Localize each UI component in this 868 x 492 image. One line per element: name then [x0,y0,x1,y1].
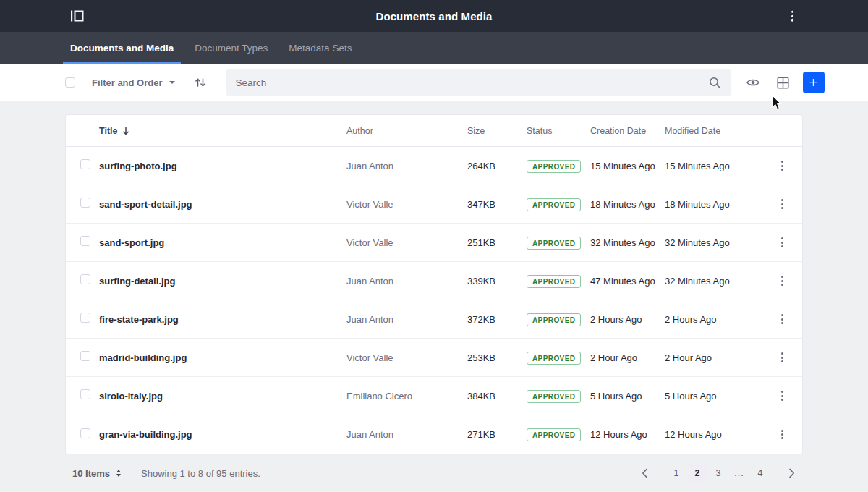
table-row[interactable]: madrid-building.jpg Victor Valle 253KB A… [66,339,802,377]
document-author: Victor Valle [346,352,467,363]
sort-order-button[interactable] [195,77,206,88]
tab-document-types[interactable]: Document Types [187,32,275,64]
document-author: Victor Valle [346,199,467,210]
page-title: Documents and Media [0,10,868,22]
document-modified-date: 2 Hour Ago [665,352,760,363]
document-size: 271KB [467,429,527,440]
page-number[interactable]: 3 [709,464,728,483]
plus-icon: + [809,75,817,90]
document-modified-date: 12 Hours Ago [665,429,760,440]
tab-documents-and-media[interactable]: Documents and Media [63,32,181,64]
document-title[interactable]: surfing-photo.jpg [99,161,346,171]
document-size: 253KB [467,352,527,363]
row-checkbox[interactable] [80,313,90,323]
column-header-title[interactable]: Title [99,126,346,136]
row-checkbox[interactable] [80,159,90,169]
items-per-page-label: 10 Items [72,468,110,479]
grid-icon [777,77,789,89]
selector-carets-icon [116,470,121,477]
status-badge: Approved [527,160,581,173]
column-header-author: Author [346,126,467,136]
row-checkbox[interactable] [80,389,90,399]
document-title[interactable]: surfing-detail.jpg [99,276,346,287]
row-actions-kebab-icon[interactable] [778,310,787,328]
page-number[interactable]: 4 [751,464,770,483]
table-row[interactable]: sand-sport-detail.jpg Victor Valle 347KB… [66,185,802,224]
document-title[interactable]: sirolo-italy.jpg [99,391,346,402]
document-modified-date: 32 Minutes Ago [665,237,760,248]
document-title[interactable]: sand-sport-detail.jpg [99,199,346,210]
column-header-modified-date: Modified Date [665,126,760,136]
column-header-creation-date: Creation Date [590,126,665,136]
table-row[interactable]: sand-sport.jpg Victor Valle 251KB Approv… [66,224,802,262]
add-button[interactable]: + [803,72,825,93]
table-row[interactable]: gran-via-building.jpg Juan Anton 271KB A… [66,415,802,454]
row-actions-kebab-icon[interactable] [778,234,787,251]
document-creation-date: 47 Minutes Ago [590,276,665,287]
row-checkbox[interactable] [80,428,90,438]
document-creation-date: 32 Minutes Ago [590,237,665,248]
pagination: 1 2 3 ... 4 [637,464,799,483]
filter-and-order-button[interactable]: Filter and Order [92,77,175,88]
page-number[interactable]: 2 [688,464,707,483]
status-badge: Approved [527,390,581,403]
row-actions-kebab-icon[interactable] [778,349,787,366]
document-modified-date: 18 Minutes Ago [665,199,760,210]
order-arrows-icon [195,77,206,88]
document-title[interactable]: gran-via-building.jpg [99,429,346,440]
eye-icon [746,77,760,88]
document-author: Emiliano Cicero [346,391,467,402]
search-icon[interactable] [709,77,721,89]
document-creation-date: 18 Minutes Ago [590,199,665,210]
row-actions-kebab-icon[interactable] [778,272,787,289]
row-actions-kebab-icon[interactable] [778,157,787,174]
page-options-kebab-icon[interactable] [788,8,796,25]
document-author: Juan Anton [346,314,467,325]
row-actions-kebab-icon[interactable] [778,195,787,213]
cards-view-button[interactable] [775,75,791,90]
sort-descending-icon [122,127,129,135]
tab-metadata-sets[interactable]: Metadata Sets [281,32,359,64]
document-title[interactable]: madrid-building.jpg [99,352,346,363]
document-size: 251KB [467,237,527,248]
status-badge: Approved [527,428,581,441]
document-creation-date: 2 Hours Ago [590,314,665,325]
document-modified-date: 2 Hours Ago [665,314,760,325]
document-modified-date: 5 Hours Ago [665,391,760,402]
document-title[interactable]: fire-state-park.jpg [99,314,346,325]
items-per-page-selector[interactable]: 10 Items [72,468,121,479]
document-size: 347KB [467,199,527,210]
chevron-down-icon [169,81,175,84]
document-creation-date: 2 Hour Ago [590,352,665,363]
status-badge: Approved [527,275,581,288]
display-style-button[interactable] [745,76,761,89]
document-title[interactable]: sand-sport.jpg [99,237,346,248]
row-checkbox[interactable] [80,351,90,361]
search-input[interactable] [236,77,709,88]
column-header-size: Size [467,126,527,136]
row-checkbox[interactable] [80,198,90,208]
previous-page-icon[interactable] [637,465,652,481]
document-size: 339KB [467,276,527,287]
document-size: 264KB [467,161,527,171]
row-checkbox[interactable] [80,236,90,246]
document-creation-date: 15 Minutes Ago [590,161,665,171]
page-number[interactable]: 1 [667,464,686,483]
document-size: 384KB [467,391,527,402]
row-actions-kebab-icon[interactable] [778,426,787,444]
document-modified-date: 15 Minutes Ago [665,161,760,171]
table-body: surfing-photo.jpg Juan Anton 264KB Appro… [66,147,802,454]
row-checkbox[interactable] [80,274,90,284]
table-row[interactable]: fire-state-park.jpg Juan Anton 372KB App… [66,300,802,339]
page-number: ... [730,464,749,483]
document-author: Juan Anton [346,276,467,287]
next-page-icon[interactable] [784,465,799,481]
row-actions-kebab-icon[interactable] [778,387,787,404]
table-row[interactable]: surfing-photo.jpg Juan Anton 264KB Appro… [66,147,802,185]
status-badge: Approved [527,198,581,211]
status-badge: Approved [527,352,581,365]
table-row[interactable]: surfing-detail.jpg Juan Anton 339KB Appr… [66,262,802,300]
document-creation-date: 5 Hours Ago [590,391,665,402]
select-all-checkbox[interactable] [65,77,75,88]
table-row[interactable]: sirolo-italy.jpg Emiliano Cicero 384KB A… [66,377,802,415]
